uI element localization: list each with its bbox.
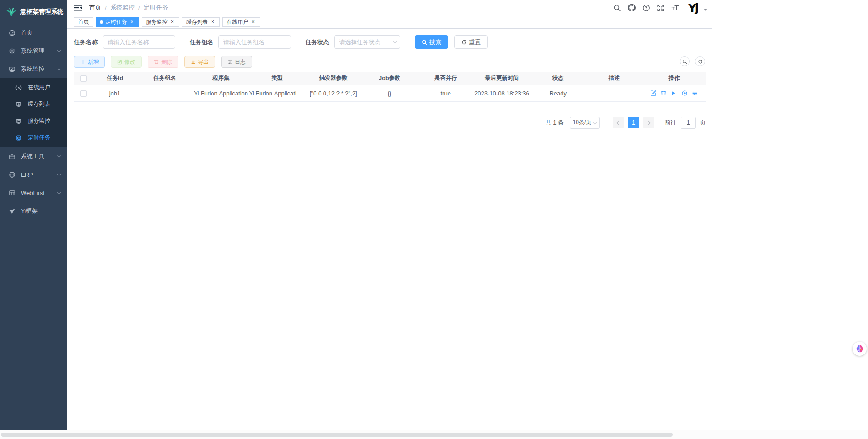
select-all-cell xyxy=(74,72,93,85)
search-button[interactable]: 搜索 xyxy=(415,35,448,49)
sidebar-item-scheduled-tasks[interactable]: 定时任务 xyxy=(0,130,67,146)
task-status-field: 任务状态 xyxy=(306,35,400,49)
horizontal-scrollbar[interactable] xyxy=(0,430,868,439)
breadcrumb-home[interactable]: 首页 xyxy=(89,4,101,12)
sidebar-item-label: WebFirst xyxy=(21,190,44,196)
sidebar-item-system-tools[interactable]: 系统工具 xyxy=(0,147,67,165)
chevron-down-icon xyxy=(57,172,61,176)
cell-concurrent: true xyxy=(418,85,474,101)
refresh-icon xyxy=(461,40,467,45)
font-size-icon[interactable] xyxy=(671,4,679,12)
view-icon[interactable] xyxy=(681,90,688,96)
sidebar-item-label: 系统管理 xyxy=(21,47,44,55)
search-icon xyxy=(682,59,687,64)
task-name-input[interactable] xyxy=(103,35,175,49)
user-avatar[interactable]: Yj xyxy=(686,1,700,15)
search-button-label: 搜索 xyxy=(429,38,441,46)
export-button-label: 导出 xyxy=(198,58,209,66)
collapse-sidebar-icon[interactable] xyxy=(74,4,82,11)
task-status-select[interactable] xyxy=(334,35,400,49)
breadcrumb-section: 系统监控 xyxy=(110,4,135,12)
chevron-left-icon xyxy=(617,120,621,124)
chevron-up-icon xyxy=(57,68,61,71)
cell-task-group xyxy=(137,85,193,101)
send-icon xyxy=(9,208,15,215)
column-header: 类型 xyxy=(249,72,306,85)
pagination-total: 共 1 条 xyxy=(546,119,564,127)
grid-icon xyxy=(9,190,15,196)
cell-last-updated: 2023-10-08 18:23:36 xyxy=(474,85,530,101)
play-icon[interactable] xyxy=(671,90,677,96)
refresh-table-button[interactable] xyxy=(695,56,705,66)
search-icon[interactable] xyxy=(613,4,621,12)
edit-button-label: 修改 xyxy=(124,58,135,66)
sidebar-item-cache-list[interactable]: 缓存列表 xyxy=(0,96,67,113)
tab-home[interactable]: 首页 xyxy=(74,17,93,27)
add-button-label: 新增 xyxy=(88,58,99,66)
sidebar-item-online-users[interactable]: 在线用户 xyxy=(0,79,67,96)
brain-extension-icon[interactable] xyxy=(853,342,867,356)
edit-icon[interactable] xyxy=(650,90,656,96)
row-checkbox[interactable] xyxy=(80,90,87,97)
page-size-value: 10条/页 xyxy=(573,119,592,126)
select-all-checkbox[interactable] xyxy=(80,75,87,82)
column-header: 最后更新时间 xyxy=(474,72,530,85)
sidebar-item-webfirst[interactable]: WebFirst xyxy=(0,184,67,202)
sidebar-menu: 首页 系统管理 系统监控 xyxy=(0,24,67,220)
column-header: 任务组名 xyxy=(137,72,193,85)
tab-service-monitor[interactable]: 服务监控 × xyxy=(142,17,179,27)
sidebar-item-label: Yi框架 xyxy=(21,207,38,215)
close-tab-icon[interactable]: × xyxy=(169,19,175,25)
add-button[interactable]: 新增 xyxy=(74,56,105,68)
delete-button[interactable]: 删除 xyxy=(148,56,178,68)
task-group-input[interactable] xyxy=(218,35,291,49)
delete-icon[interactable] xyxy=(661,90,667,96)
column-header: 操作 xyxy=(642,72,706,85)
sidebar-item-service-monitor[interactable]: 服务监控 xyxy=(0,113,67,130)
tasks-table: 任务Id 任务组名 程序集 类型 触发器参数 Job参数 是否并行 最后更新时间… xyxy=(74,72,706,102)
server-monitor-icon xyxy=(15,118,22,125)
close-tab-icon[interactable]: × xyxy=(250,19,256,25)
breadcrumb-separator: / xyxy=(138,5,140,11)
page-1-button[interactable]: 1 xyxy=(628,117,639,128)
task-name-field: 任务名称 xyxy=(74,35,175,49)
sidebar-item-system-monitor[interactable]: 系统监控 xyxy=(0,60,67,78)
sidebar-item-erp[interactable]: ERP xyxy=(0,165,67,184)
chevron-down-icon xyxy=(57,190,61,194)
tab-cache-list[interactable]: 缓存列表 × xyxy=(182,17,220,27)
task-status-label: 任务状态 xyxy=(306,38,329,46)
close-tab-icon[interactable]: × xyxy=(210,19,216,25)
tab-scheduled-tasks[interactable]: 定时任务 × xyxy=(96,17,139,27)
log-icon[interactable] xyxy=(692,90,698,96)
app-root: 意框架管理系统 首页 系统管理 xyxy=(0,0,868,439)
task-status-select-input[interactable] xyxy=(334,35,400,49)
toggle-search-button[interactable] xyxy=(680,56,690,66)
log-button[interactable]: 日志 xyxy=(221,56,252,68)
sidebar-item-system-management[interactable]: 系统管理 xyxy=(0,42,67,60)
scrollbar-thumb[interactable] xyxy=(1,433,673,437)
column-header: 是否并行 xyxy=(418,72,474,85)
sidebar-item-home[interactable]: 首页 xyxy=(0,24,67,42)
leaf-logo-icon xyxy=(5,6,17,17)
navbar-right-tools: Yj xyxy=(613,1,707,15)
tab-online-users[interactable]: 在线用户 × xyxy=(222,17,260,27)
table-row[interactable]: job1 Yi.Furion.Application Yi.Furion.App… xyxy=(74,85,706,101)
search-icon xyxy=(422,40,427,45)
goto-page-input[interactable] xyxy=(681,117,696,129)
prev-page-button[interactable] xyxy=(613,117,624,128)
page-size-select[interactable]: 10条/页 xyxy=(570,117,600,129)
reset-button[interactable]: 重置 xyxy=(454,35,488,49)
chevron-right-icon xyxy=(646,120,650,124)
cell-status: Ready xyxy=(530,85,586,101)
next-page-button[interactable] xyxy=(643,117,654,128)
column-header: 任务Id xyxy=(93,72,137,85)
github-icon[interactable] xyxy=(628,4,636,12)
edit-button[interactable]: 修改 xyxy=(111,56,142,68)
fullscreen-icon[interactable] xyxy=(657,4,665,12)
caret-down-icon[interactable] xyxy=(704,9,707,11)
sidebar-item-yi-framework[interactable]: Yi框架 xyxy=(0,202,67,220)
page-content: 任务名称 任务组名 任务状态 xyxy=(67,29,712,129)
help-icon[interactable] xyxy=(642,4,650,12)
export-button[interactable]: 导出 xyxy=(184,56,215,68)
close-tab-icon[interactable]: × xyxy=(129,19,135,25)
